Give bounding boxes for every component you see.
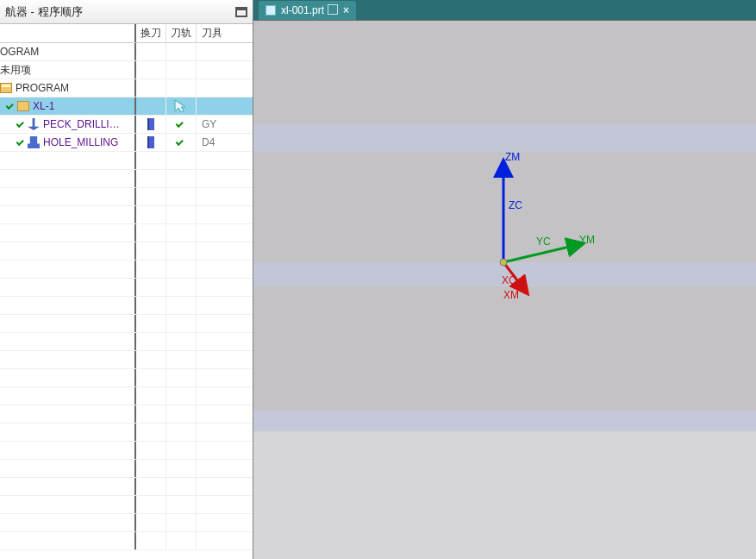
axis-label-xc: XC: [502, 274, 516, 286]
empty-row: [0, 442, 253, 460]
tree-row-op-drill[interactable]: PECK_DRILLING... GY: [0, 116, 253, 134]
svg-line-5: [503, 245, 577, 262]
tab-filename: xl-001.prt: [281, 4, 324, 16]
empty-row: [0, 152, 253, 170]
empty-row: [0, 532, 253, 550]
program-label: PROGRAM: [16, 82, 69, 94]
empty-row: [0, 224, 253, 242]
cursor-arrow-icon: [173, 98, 189, 114]
svg-marker-0: [175, 100, 185, 112]
empty-row: [0, 387, 253, 405]
graphics-panel: xl-001.prt ×: [253, 0, 756, 559]
empty-row: [0, 496, 253, 514]
axis-label-zm: ZM: [505, 151, 520, 163]
empty-row: [0, 170, 253, 188]
folder-icon: [17, 101, 29, 111]
op-name: PECK_DRILLING...: [43, 118, 121, 130]
tree-row-root[interactable]: OGRAM: [0, 43, 253, 61]
part-face: [253, 21, 756, 124]
tab-bar: xl-001.prt ×: [253, 0, 756, 21]
empty-row: [0, 261, 253, 279]
empty-row: [0, 279, 253, 297]
unused-label: 未用项: [0, 63, 31, 78]
empty-row: [0, 206, 253, 224]
svg-point-7: [500, 259, 507, 266]
tool-name: D4: [202, 136, 215, 148]
close-tab-icon[interactable]: ×: [343, 4, 349, 16]
empty-row: [0, 188, 253, 206]
toolchange-icon: [147, 136, 154, 148]
column-toolchange[interactable]: 换刀: [136, 24, 166, 42]
axis-label-ym: YM: [579, 234, 595, 246]
column-toolpath[interactable]: 刀轨: [166, 24, 197, 42]
empty-row: [0, 478, 253, 496]
tree-row-op-mill[interactable]: HOLE_MILLING D4: [0, 134, 253, 152]
empty-row: [0, 351, 253, 369]
tree-body[interactable]: OGRAM 未用项 PROGRAM XL-1: [0, 43, 253, 559]
toolchange-icon: [147, 118, 154, 130]
tree-row-group-selected[interactable]: XL-1: [0, 97, 253, 116]
empty-row: [0, 424, 253, 442]
column-name[interactable]: [0, 24, 136, 42]
part-face: [253, 431, 756, 559]
part-file-icon: [266, 5, 276, 16]
file-tab[interactable]: xl-001.prt ×: [259, 1, 356, 20]
axis-label-xm: XM: [503, 289, 519, 301]
column-tool[interactable]: 刀具: [197, 24, 253, 42]
group-label: XL-1: [33, 100, 54, 112]
tree-row-program[interactable]: PROGRAM: [0, 79, 253, 97]
empty-row: [0, 405, 253, 424]
generated-check-icon: [175, 137, 185, 148]
drill-op-icon: [28, 118, 40, 130]
panel-title-text: 航器 - 程序顺序: [5, 4, 83, 20]
generated-check-icon: [175, 119, 185, 129]
root-label: OGRAM: [0, 46, 39, 58]
maximize-icon[interactable]: [235, 7, 247, 17]
empty-row: [0, 460, 253, 478]
mill-op-icon: [28, 136, 40, 148]
program-icon: [0, 83, 12, 93]
panel-titlebar[interactable]: 航器 - 程序顺序: [0, 0, 253, 24]
empty-row: [0, 369, 253, 387]
empty-row: [0, 242, 253, 261]
axis-label-zc: ZC: [509, 199, 522, 211]
empty-row: [0, 315, 253, 333]
op-name: HOLE_MILLING: [43, 136, 118, 148]
check-icon: [5, 101, 16, 111]
axis-label-yc: YC: [536, 236, 551, 248]
restore-window-icon[interactable]: [329, 6, 338, 15]
check-icon: [16, 137, 26, 148]
part-face: [253, 411, 756, 431]
coordinate-triad[interactable]: ZM ZC YC YM XC XM: [469, 141, 607, 314]
empty-row: [0, 333, 253, 351]
tree-header: 换刀 刀轨 刀具: [0, 24, 253, 43]
check-icon: [16, 119, 26, 129]
operation-navigator-panel: 航器 - 程序顺序 换刀 刀轨 刀具 OGRAM 未用项 PROGRAM: [0, 0, 253, 559]
empty-row: [0, 514, 253, 532]
tool-name: GY: [202, 118, 216, 130]
empty-row: [0, 297, 253, 315]
viewport-3d[interactable]: ZM ZC YC YM XC XM: [253, 21, 756, 559]
tree-row-unused[interactable]: 未用项: [0, 61, 253, 79]
